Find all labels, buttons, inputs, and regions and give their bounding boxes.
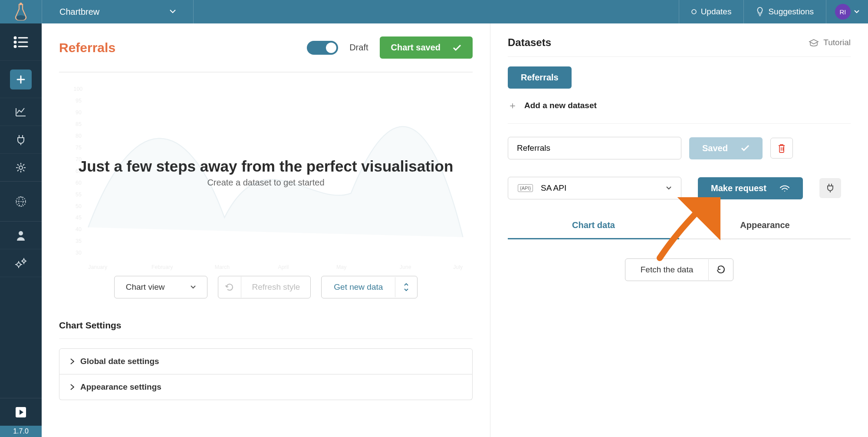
svg-text:April: April [278, 264, 289, 270]
suggestions-link[interactable]: Suggestions [743, 0, 826, 23]
add-dataset-label: Add a new dataset [524, 101, 597, 110]
svg-text:65: 65 [76, 168, 82, 174]
svg-point-1 [692, 10, 696, 14]
sidebar-item-user[interactable] [0, 222, 42, 249]
accordion-appearance[interactable]: Appearance settings [59, 374, 473, 400]
project-dropdown[interactable]: Chartbrew [42, 0, 194, 23]
dataset-pill-referrals[interactable]: Referrals [508, 66, 572, 89]
updates-link[interactable]: Updates [679, 0, 744, 23]
svg-point-4 [14, 41, 16, 43]
dot-icon [691, 9, 697, 14]
caret-down-icon [170, 10, 176, 14]
sidebar-item-list[interactable] [0, 23, 42, 61]
chevrons-icon [403, 283, 409, 291]
graduation-cap-icon [809, 39, 819, 46]
flask-icon [14, 3, 27, 21]
svg-text:85: 85 [76, 121, 82, 127]
chart-saved-button[interactable]: Chart saved [380, 36, 473, 59]
chart-placeholder: 100959085 80757065 60555045 403530 Janua… [59, 81, 473, 264]
svg-text:May: May [336, 264, 347, 270]
svg-text:75: 75 [76, 145, 82, 151]
version-label: 1.7.0 [0, 426, 42, 437]
get-new-data-label: Get new data [322, 276, 395, 298]
connection-plug-button[interactable] [819, 178, 841, 198]
sidebar-item-plug[interactable] [0, 126, 42, 154]
tab-appearance[interactable]: Appearance [679, 212, 851, 239]
connection-dropdown[interactable]: {API} SA API [508, 177, 681, 199]
dataset-saved-button[interactable]: Saved [689, 137, 763, 159]
fetch-data-button[interactable]: Fetch the data [625, 258, 733, 281]
svg-point-8 [19, 166, 23, 169]
make-request-button[interactable]: Make request [698, 177, 803, 199]
plug-icon [16, 134, 26, 146]
sidebar-collapse[interactable] [0, 398, 42, 426]
svg-point-0 [20, 3, 22, 5]
svg-text:March: March [215, 264, 230, 270]
svg-text:55: 55 [76, 192, 82, 198]
refresh-style-button[interactable]: Refresh style [218, 276, 311, 298]
project-name: Chartbrew [59, 7, 99, 17]
plug-icon [826, 183, 834, 193]
accordion-appearance-label: Appearance settings [80, 382, 161, 392]
ghost-chart-icon: 100959085 80757065 60555045 403530 Janua… [59, 81, 473, 276]
connection-label: SA API [541, 183, 566, 193]
svg-text:95: 95 [76, 98, 82, 104]
sidebar-item-add[interactable] [0, 61, 42, 98]
check-icon [453, 44, 461, 51]
lightbulb-icon [756, 7, 764, 17]
dataset-saved-label: Saved [702, 143, 728, 153]
draft-toggle[interactable] [307, 41, 338, 55]
sidebar-item-globe[interactable] [0, 182, 42, 222]
svg-point-2 [14, 37, 16, 39]
tutorial-label: Tutorial [823, 38, 851, 47]
user-menu[interactable]: RI [826, 0, 868, 23]
svg-text:January: January [88, 264, 108, 270]
sidebar-item-admin[interactable] [0, 249, 42, 277]
tab-chart-data[interactable]: Chart data [508, 212, 679, 239]
wifi-icon [779, 184, 790, 192]
check-icon [741, 145, 750, 152]
plus-icon [16, 75, 25, 84]
sidebar-item-settings[interactable] [0, 154, 42, 182]
accordion-global-date-label: Global date settings [80, 357, 159, 366]
delete-dataset-button[interactable] [770, 138, 793, 159]
gears-icon [14, 258, 27, 269]
tutorial-link[interactable]: Tutorial [809, 38, 851, 47]
svg-point-12 [19, 231, 23, 235]
make-request-label: Make request [711, 183, 766, 193]
svg-text:80: 80 [76, 133, 82, 139]
logo[interactable] [0, 3, 42, 21]
chart-saved-label: Chart saved [391, 43, 441, 53]
caret-down-icon [666, 186, 671, 190]
caret-right-icon [70, 384, 74, 390]
svg-text:February: February [151, 264, 173, 270]
plus-icon: ＋ [508, 99, 517, 112]
refresh-icon [717, 265, 725, 274]
sidebar-item-chart[interactable] [0, 98, 42, 126]
svg-point-14 [23, 260, 25, 262]
fetch-data-label: Fetch the data [625, 259, 708, 281]
sidebar: 1.7.0 [0, 23, 42, 437]
updates-label: Updates [701, 7, 732, 17]
globe-icon [15, 196, 26, 207]
dataset-name-input[interactable] [508, 137, 681, 159]
draft-label: Draft [349, 43, 368, 53]
gear-icon [15, 162, 26, 173]
refresh-icon [225, 283, 234, 291]
accordion-global-date[interactable]: Global date settings [59, 348, 473, 374]
datasets-title: Datasets [508, 36, 551, 49]
refresh-style-label: Refresh style [241, 276, 310, 298]
add-dataset-row[interactable]: ＋ Add a new dataset [508, 99, 851, 124]
topbar: Chartbrew Updates Suggestions RI [0, 0, 868, 23]
get-new-data-button[interactable]: Get new data [321, 276, 418, 298]
svg-text:60: 60 [76, 180, 82, 186]
chart-settings-title: Chart Settings [59, 316, 473, 339]
svg-text:35: 35 [76, 238, 82, 244]
chart-line-icon [15, 107, 26, 117]
caret-down-icon [854, 10, 859, 13]
svg-text:July: July [453, 264, 463, 270]
user-icon [16, 230, 26, 241]
chart-view-dropdown[interactable]: Chart view [114, 276, 208, 298]
svg-text:100: 100 [74, 86, 83, 92]
list-icon [13, 36, 28, 48]
